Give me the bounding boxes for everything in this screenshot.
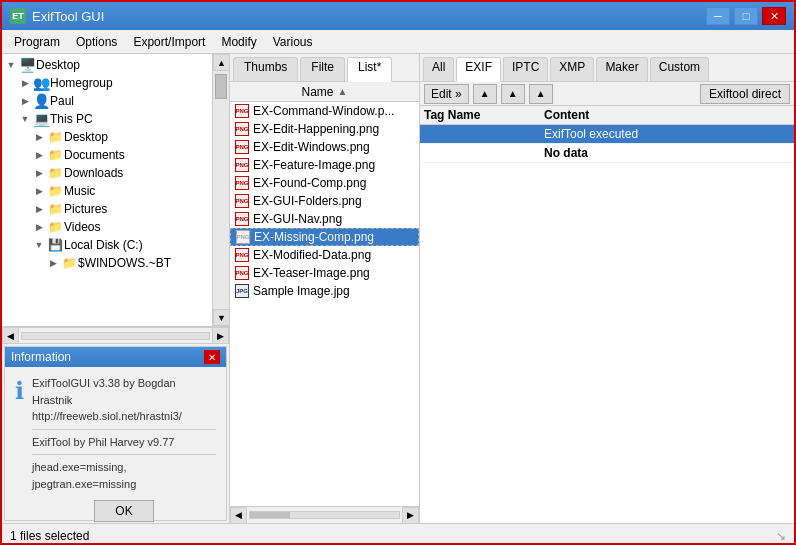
sort-arrow-icon[interactable]: ▲ bbox=[338, 86, 348, 97]
tree-hscroll-left[interactable]: ◀ bbox=[2, 327, 19, 344]
exif-tab-exif[interactable]: EXIF bbox=[456, 57, 501, 82]
tree-hscroll-track[interactable] bbox=[21, 332, 210, 340]
tree-scroll-thumb[interactable] bbox=[215, 74, 227, 99]
exif-tab-maker[interactable]: Maker bbox=[596, 57, 647, 81]
file-name: Sample Image.jpg bbox=[253, 284, 350, 298]
tree-scroll-up[interactable]: ▲ bbox=[213, 54, 229, 71]
main-layout: ▼ 🖥️ Desktop ▶ 👥 Homegroup ▶ 👤 Paul ▼ 💻 … bbox=[2, 54, 794, 523]
left-panel: ▼ 🖥️ Desktop ▶ 👥 Homegroup ▶ 👤 Paul ▼ 💻 … bbox=[2, 54, 230, 523]
icon-thispc: 💻 bbox=[32, 110, 50, 128]
file-item[interactable]: PNG EX-Edit-Windows.png bbox=[230, 138, 419, 156]
file-list-hscroll[interactable]: ◀ ▶ bbox=[230, 506, 419, 523]
hscroll-left-btn[interactable]: ◀ bbox=[230, 507, 247, 524]
tree-item-localc[interactable]: ▼ 💾 Local Disk (C:) bbox=[2, 236, 229, 254]
file-item[interactable]: PNG EX-Command-Window.p... bbox=[230, 102, 419, 120]
hscroll-track[interactable] bbox=[249, 511, 400, 519]
file-name: EX-Edit-Windows.png bbox=[253, 140, 370, 154]
png-icon: PNG bbox=[234, 139, 250, 155]
tree-scrollbar[interactable]: ▲ ▼ bbox=[212, 54, 229, 326]
exif-tab-all[interactable]: All bbox=[423, 57, 454, 81]
tab-filte[interactable]: Filte bbox=[300, 57, 345, 81]
expand-documents[interactable]: ▶ bbox=[32, 146, 46, 164]
menu-modify[interactable]: Modify bbox=[213, 32, 264, 52]
file-list[interactable]: PNG EX-Command-Window.p... PNG EX-Edit-H… bbox=[230, 102, 419, 506]
file-item[interactable]: PNG EX-Found-Comp.png bbox=[230, 174, 419, 192]
exif-tab-bar: All EXIF IPTC XMP Maker Custom bbox=[420, 54, 794, 82]
tree-hscroll-right[interactable]: ▶ bbox=[212, 327, 229, 344]
info-sep2 bbox=[32, 454, 216, 455]
info-close-button[interactable]: ✕ bbox=[204, 350, 220, 364]
file-item[interactable]: PNG EX-Feature-Image.png bbox=[230, 156, 419, 174]
hscroll-thumb[interactable] bbox=[250, 512, 290, 518]
tree-item-desktop[interactable]: ▼ 🖥️ Desktop bbox=[2, 56, 229, 74]
expand-localc[interactable]: ▼ bbox=[32, 236, 46, 254]
exif-tab-iptc[interactable]: IPTC bbox=[503, 57, 548, 81]
exif-edit-button[interactable]: Edit » bbox=[424, 84, 469, 104]
expand-thispc[interactable]: ▼ bbox=[18, 110, 32, 128]
menu-export-import[interactable]: Export/Import bbox=[125, 32, 213, 52]
expand-paul[interactable]: ▶ bbox=[18, 92, 32, 110]
file-item[interactable]: PNG EX-GUI-Folders.png bbox=[230, 192, 419, 210]
label-desktop: Desktop bbox=[36, 58, 80, 72]
tree-item-pictures[interactable]: ▶ 📁 Pictures bbox=[2, 200, 229, 218]
file-item[interactable]: PNG EX-GUI-Nav.png bbox=[230, 210, 419, 228]
expand-videos[interactable]: ▶ bbox=[32, 218, 46, 236]
tree-item-music[interactable]: ▶ 📁 Music bbox=[2, 182, 229, 200]
exif-arrow-btn-1[interactable]: ▲ bbox=[473, 84, 497, 104]
close-button[interactable]: ✕ bbox=[762, 7, 786, 25]
tree-item-downloads[interactable]: ▶ 📁 Downloads bbox=[2, 164, 229, 182]
label-videos: Videos bbox=[64, 220, 100, 234]
col-tag-header: Tag Name bbox=[424, 108, 544, 122]
exif-tab-xmp[interactable]: XMP bbox=[550, 57, 594, 81]
file-item-selected[interactable]: PNG EX-Missing-Comp.png bbox=[230, 228, 419, 246]
tree-item-paul[interactable]: ▶ 👤 Paul bbox=[2, 92, 229, 110]
tree-item-homegroup[interactable]: ▶ 👥 Homegroup bbox=[2, 74, 229, 92]
menu-various[interactable]: Various bbox=[265, 32, 321, 52]
tree-item-windows-bt[interactable]: ▶ 📁 $WINDOWS.~BT bbox=[2, 254, 229, 272]
tree-hscroll[interactable]: ◀ ▶ bbox=[2, 327, 229, 344]
file-list-column-header: Name ▲ bbox=[230, 82, 419, 102]
tree-item-desktop2[interactable]: ▶ 📁 Desktop bbox=[2, 128, 229, 146]
file-item[interactable]: PNG EX-Edit-Happening.png bbox=[230, 120, 419, 138]
tree-item-thispc[interactable]: ▼ 💻 This PC bbox=[2, 110, 229, 128]
minimize-button[interactable]: ─ bbox=[706, 7, 730, 25]
resize-handle[interactable]: ↘ bbox=[776, 529, 786, 543]
file-item[interactable]: PNG EX-Teaser-Image.png bbox=[230, 264, 419, 282]
exif-arrow-btn-3[interactable]: ▲ bbox=[529, 84, 553, 104]
tree-scroll-down[interactable]: ▼ bbox=[213, 309, 229, 326]
file-tree[interactable]: ▼ 🖥️ Desktop ▶ 👥 Homegroup ▶ 👤 Paul ▼ 💻 … bbox=[2, 54, 229, 327]
menu-program[interactable]: Program bbox=[6, 32, 68, 52]
exif-tab-custom[interactable]: Custom bbox=[650, 57, 709, 81]
icon-documents: 📁 bbox=[46, 146, 64, 164]
maximize-button[interactable]: □ bbox=[734, 7, 758, 25]
title-controls: ─ □ ✕ bbox=[706, 7, 786, 25]
exiftool-direct-button[interactable]: Exiftool direct bbox=[700, 84, 790, 104]
expand-pictures[interactable]: ▶ bbox=[32, 200, 46, 218]
expand-music[interactable]: ▶ bbox=[32, 182, 46, 200]
info-ok-button[interactable]: OK bbox=[94, 500, 154, 522]
file-item[interactable]: JPG Sample Image.jpg bbox=[230, 282, 419, 300]
png-icon: PNG bbox=[234, 211, 250, 227]
file-name: EX-Command-Window.p... bbox=[253, 104, 394, 118]
tab-list[interactable]: List* bbox=[347, 57, 392, 82]
expand-homegroup[interactable]: ▶ bbox=[18, 74, 32, 92]
exif-row-nodata[interactable]: No data bbox=[420, 144, 794, 163]
expand-desktop2[interactable]: ▶ bbox=[32, 128, 46, 146]
menu-options[interactable]: Options bbox=[68, 32, 125, 52]
png-icon: PNG bbox=[234, 121, 250, 137]
exif-row-executed[interactable]: ExifTool executed bbox=[420, 125, 794, 144]
icon-homegroup: 👥 bbox=[32, 74, 50, 92]
exif-arrow-btn-2[interactable]: ▲ bbox=[501, 84, 525, 104]
png-icon: PNG bbox=[235, 229, 251, 245]
expand-downloads[interactable]: ▶ bbox=[32, 164, 46, 182]
app-icon: ET bbox=[10, 8, 26, 24]
tree-item-documents[interactable]: ▶ 📁 Documents bbox=[2, 146, 229, 164]
expand-desktop[interactable]: ▼ bbox=[4, 56, 18, 74]
file-item[interactable]: PNG EX-Modified-Data.png bbox=[230, 246, 419, 264]
expand-windows-bt[interactable]: ▶ bbox=[46, 254, 60, 272]
file-tab-bar: Thumbs Filte List* bbox=[230, 54, 419, 82]
tab-thumbs[interactable]: Thumbs bbox=[233, 57, 298, 81]
tree-item-videos[interactable]: ▶ 📁 Videos bbox=[2, 218, 229, 236]
app-title: ExifTool GUI bbox=[32, 9, 104, 24]
hscroll-right-btn[interactable]: ▶ bbox=[402, 507, 419, 524]
